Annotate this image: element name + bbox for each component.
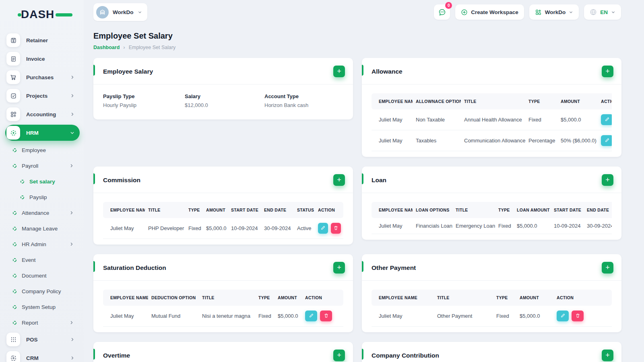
table-cell: $5,000.0	[514, 218, 551, 234]
language-selector[interactable]: EN	[584, 4, 621, 20]
edit-button[interactable]	[318, 223, 328, 234]
card-title: Commission	[103, 177, 140, 184]
sidebar-item-label: System Setup	[22, 304, 74, 310]
dot-circle-icon	[12, 242, 17, 247]
workspace-selector[interactable]: WorkDo	[93, 3, 147, 21]
sidebar-item-hr-admin[interactable]: HR Admin	[5, 237, 80, 251]
add-loan-button[interactable]	[602, 174, 613, 186]
sidebar-item-label: Report	[22, 320, 69, 326]
create-workspace-button[interactable]: Create Workspace	[455, 4, 524, 20]
globe-icon	[590, 8, 597, 16]
column-header: END DATE	[261, 202, 294, 218]
breadcrumb-dashboard-link[interactable]: Dashboard	[93, 45, 120, 50]
sidebar-item-label: CRM	[26, 355, 70, 361]
breadcrumb: Dashboard › Employee Set Salary	[93, 44, 175, 50]
sidebar-item-set-salary[interactable]: Set salary	[5, 175, 80, 188]
add-commission-button[interactable]	[333, 174, 345, 186]
sidebar-item-crm[interactable]: CRM	[5, 350, 80, 362]
loan-data-table: EMPLOYEE NAMELOAN OPTIONSTITLETYPELOAN A…	[372, 202, 612, 234]
sidebar-item-payroll[interactable]: Payroll	[5, 159, 80, 173]
column-header: EMPLOYEE NAME	[103, 290, 148, 306]
sidebar-item-event[interactable]: Event	[5, 253, 80, 267]
add-other-payment-button[interactable]	[602, 262, 613, 274]
column-header: DEDUCTION OPTION	[148, 290, 199, 306]
delete-button[interactable]	[331, 223, 341, 234]
sidebar-item-document[interactable]: Document	[5, 269, 80, 282]
card-header: Saturation Deduction	[93, 254, 353, 281]
table-cell: 10-09-2024	[551, 218, 584, 234]
workspace-menu-button[interactable]: WorkDo	[529, 4, 579, 20]
edit-button[interactable]	[601, 114, 612, 125]
sidebar-item-retainer[interactable]: Retainer	[5, 32, 80, 48]
sidebar-item-company-policy[interactable]: Company Policy	[5, 284, 80, 298]
add-allowance-button[interactable]	[602, 66, 613, 77]
delete-button[interactable]	[320, 311, 332, 321]
delete-button[interactable]	[572, 311, 584, 321]
table-cell: Emergency Loan	[452, 218, 495, 234]
sidebar-item-pos[interactable]: POS	[5, 331, 80, 348]
card-header: Company Contribution	[362, 342, 621, 362]
sidebar-item-accounting[interactable]: Accounting	[5, 106, 80, 122]
field-label: Salary	[185, 93, 264, 99]
sidebar-item-attendance[interactable]: Attendance	[5, 206, 80, 220]
card-header: Employee Salary	[93, 58, 353, 84]
dot-circle-icon	[12, 226, 17, 231]
pencil-icon	[320, 225, 326, 232]
sidebar-item-label: Invoice	[26, 56, 75, 62]
sidebar-item-hrm[interactable]: HRM	[5, 125, 80, 141]
edit-button[interactable]	[601, 135, 612, 146]
chevron-right-icon	[70, 75, 75, 80]
app-logo: DASH	[21, 8, 69, 21]
sidebar-item-purchases[interactable]: Purchases	[5, 69, 80, 85]
sidebar-item-label: Purchases	[26, 74, 70, 80]
action-cell	[598, 130, 612, 151]
sidebar-item-label: HRM	[26, 130, 70, 136]
card-title: Saturation Deduction	[103, 264, 166, 272]
card-header: Commission	[93, 167, 353, 193]
building-icon	[99, 9, 106, 16]
company-contribution-card: Company Contribution	[362, 342, 621, 362]
sidebar-item-report[interactable]: Report	[5, 316, 80, 329]
edit-button[interactable]	[557, 311, 569, 321]
add-saturation-deduction-button[interactable]	[333, 262, 345, 274]
chevron-right-icon: ›	[123, 44, 125, 50]
messages-button[interactable]: 0	[434, 4, 450, 20]
sidebar-item-label: Retainer	[26, 37, 75, 43]
floppy-icon	[6, 33, 20, 47]
create-workspace-label: Create Workspace	[471, 9, 518, 15]
workspace-grid-icon	[535, 9, 542, 16]
table-cell: Financials Loan	[413, 218, 452, 234]
crm-icon	[6, 351, 20, 362]
chevron-right-icon	[69, 210, 74, 215]
column-header: ACTION	[302, 290, 343, 306]
dot-circle-icon	[12, 321, 17, 325]
table-cell: $5,000.0	[275, 306, 302, 327]
sidebar-item-employee[interactable]: Employee	[5, 143, 80, 157]
sidebar-item-system-setup[interactable]: System Setup	[5, 300, 80, 314]
other-payment-card: Other Payment EMPLOYEE NAMETITLETYPEAMOU…	[362, 254, 621, 332]
add-overtime-button[interactable]	[333, 350, 345, 361]
workspace-menu-label: WorkDo	[545, 9, 566, 15]
table-cell: Fixed	[255, 306, 275, 327]
sidebar-item-invoice[interactable]: Invoice	[5, 51, 80, 67]
add-employee-salary-button[interactable]	[333, 66, 345, 77]
sidebar-item-projects[interactable]: Projects	[5, 88, 80, 104]
table-cell: 30-09-2024	[584, 218, 612, 234]
column-header: END DATE	[584, 202, 612, 218]
table-cell: Taxables	[413, 130, 461, 151]
sidebar-item-payslip[interactable]: Payslip	[5, 190, 80, 204]
trash-icon	[324, 313, 329, 319]
saturation-deduction-card: Saturation Deduction EMPLOYEE NAMEDEDUCT…	[93, 254, 353, 332]
table-cell: Juliet May	[372, 130, 413, 151]
column-header: ACTION	[598, 93, 612, 109]
chat-icon	[438, 8, 446, 16]
field-value: Hourly Payslip	[103, 102, 185, 108]
employee-salary-fields: Payslip Type Hourly Payslip Salary $12,0…	[93, 84, 353, 119]
sidebar-item-label: Projects	[26, 93, 70, 99]
dots-grid-icon	[6, 333, 20, 346]
field-label: Payslip Type	[103, 93, 185, 99]
add-company-contribution-button[interactable]	[602, 350, 613, 361]
sidebar-item-manage-leave[interactable]: Manage Leave	[5, 222, 80, 235]
edit-button[interactable]	[305, 311, 317, 321]
table-cell: Nisi a tenetur magna	[199, 306, 255, 327]
